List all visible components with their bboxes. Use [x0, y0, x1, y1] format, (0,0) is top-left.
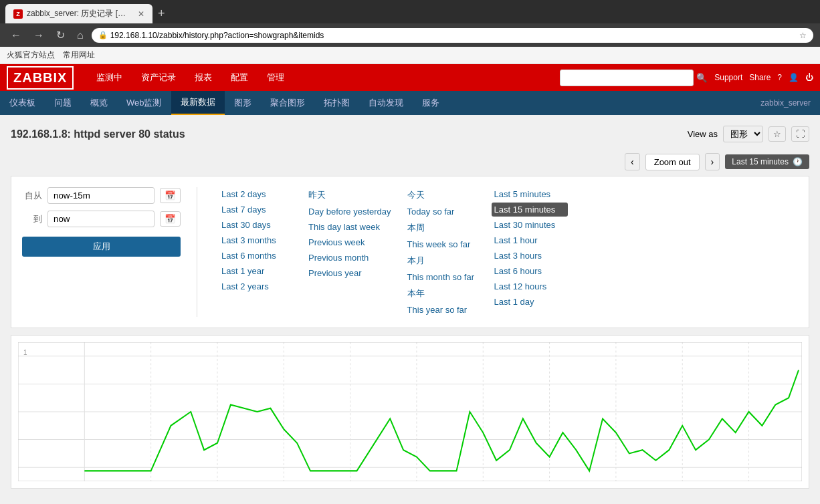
filter-panel: 自从 📅 到 📅 应用 Last 2 days Last 7 days: [11, 176, 809, 328]
sub-nav: 仪表板 问题 概览 Web监测 最新数据 图形 聚合图形 拓扑图 自动发现 服务…: [0, 91, 820, 115]
nav-admin[interactable]: 管理: [258, 66, 294, 89]
time-last-1-day[interactable]: Last 1 day: [492, 295, 568, 309]
time-last-1-year[interactable]: Last 1 year: [219, 264, 295, 278]
fullscreen-button[interactable]: ⛶: [791, 126, 809, 142]
time-this-day-last-week[interactable]: This day last week: [306, 220, 394, 234]
to-calendar-button[interactable]: 📅: [160, 211, 181, 227]
zoom-prev-button[interactable]: ‹: [625, 153, 640, 170]
subnav-latest[interactable]: 最新数据: [171, 91, 225, 115]
zoom-out-button[interactable]: Zoom out: [645, 154, 700, 170]
url-input[interactable]: [110, 31, 799, 40]
share-link[interactable]: Share: [749, 73, 771, 82]
time-previous-year[interactable]: Previous year: [306, 266, 394, 280]
time-last-6-months[interactable]: Last 6 months: [219, 249, 295, 263]
subnav-overview[interactable]: 概览: [81, 92, 117, 114]
back-button[interactable]: ←: [7, 28, 25, 43]
chart-svg: 1: [18, 342, 802, 481]
time-last-7-days[interactable]: Last 7 days: [219, 203, 295, 217]
subnav-dashboard[interactable]: 仪表板: [0, 92, 45, 114]
subnav-discovery[interactable]: 自动发现: [359, 92, 413, 114]
current-time-display: Last 15 minutes 🕐: [725, 154, 809, 169]
time-last-3-months[interactable]: Last 3 months: [219, 233, 295, 247]
zoom-next-button[interactable]: ›: [705, 153, 720, 170]
main-nav: 监测中 资产记录 报表 配置 管理: [87, 66, 294, 89]
zabbix-logo[interactable]: ZABBIX: [7, 66, 74, 90]
time-yesterday[interactable]: 昨天: [306, 187, 394, 203]
time-last-5-min[interactable]: Last 5 minutes: [492, 187, 568, 201]
bookmark-common[interactable]: 常用网址: [63, 49, 95, 61]
filter-grid: 自从 📅 到 📅 应用 Last 2 days Last 7 days: [22, 187, 798, 317]
from-calendar-button[interactable]: 📅: [160, 188, 181, 203]
tab-title: zabbix_server: 历史记录 [每...: [27, 8, 132, 19]
time-last-2-days[interactable]: Last 2 days: [219, 187, 295, 201]
time-today-so-far[interactable]: Today so far: [405, 205, 481, 219]
home-button[interactable]: ⌂: [73, 28, 88, 43]
to-input[interactable]: [47, 211, 155, 227]
page-title: 192.168.1.8: httpd server 80 status: [11, 128, 185, 140]
time-last-3-hours[interactable]: Last 3 hours: [492, 249, 568, 263]
tab-close-button[interactable]: ✕: [138, 9, 144, 19]
main-content: 192.168.1.8: httpd server 80 status View…: [0, 115, 820, 495]
clock-icon: 🕐: [793, 157, 803, 166]
nav-assets[interactable]: 资产记录: [132, 66, 185, 89]
subnav-web[interactable]: Web监测: [117, 92, 171, 114]
support-link[interactable]: Support: [714, 73, 742, 82]
time-this-month-so-far[interactable]: This month so far: [405, 270, 481, 284]
time-this-year[interactable]: 本年: [405, 285, 481, 301]
nav-config[interactable]: 配置: [221, 66, 258, 89]
time-previous-week[interactable]: Previous week: [306, 235, 394, 249]
subnav-aggregate[interactable]: 聚合图形: [261, 92, 314, 114]
bookmark-foxfire[interactable]: 火狐官方站点: [7, 49, 55, 61]
tab-bar: Z zabbix_server: 历史记录 [每... ✕ +: [0, 0, 820, 23]
subnav-graphs[interactable]: 图形: [225, 92, 261, 114]
time-day-before-yesterday[interactable]: Day before yesterday: [306, 205, 394, 219]
nav-monitoring[interactable]: 监测中: [87, 66, 132, 89]
subnav-topology[interactable]: 拓扑图: [314, 92, 359, 114]
bookmarks-bar: 火狐官方站点 常用网址: [0, 47, 820, 64]
time-previous-month[interactable]: Previous month: [306, 251, 394, 265]
time-last-12-hours[interactable]: Last 12 hours: [492, 279, 568, 293]
search-input[interactable]: [560, 70, 694, 86]
logout-icon[interactable]: ⏻: [805, 73, 813, 82]
time-display-text: Last 15 minutes: [732, 157, 789, 166]
time-last-6-hours[interactable]: Last 6 hours: [492, 264, 568, 278]
time-this-week[interactable]: 本周: [405, 220, 481, 236]
time-last-1-hour[interactable]: Last 1 hour: [492, 233, 568, 247]
zoom-bar: ‹ Zoom out › Last 15 minutes 🕐: [11, 153, 809, 170]
time-today[interactable]: 今天: [405, 187, 481, 203]
to-row: 到 📅: [22, 211, 181, 227]
time-this-year-so-far[interactable]: This year so far: [405, 303, 481, 317]
favorite-button[interactable]: ☆: [768, 126, 786, 142]
time-last-15-min[interactable]: Last 15 minutes: [492, 203, 568, 217]
subnav-services[interactable]: 服务: [413, 92, 449, 114]
active-tab[interactable]: Z zabbix_server: 历史记录 [每... ✕: [5, 4, 152, 23]
page-header: 192.168.1.8: httpd server 80 status View…: [11, 122, 809, 146]
from-input[interactable]: [47, 187, 155, 204]
server-name: zabbix_server: [751, 93, 820, 113]
reload-button[interactable]: ↻: [52, 27, 69, 43]
separator: [197, 187, 197, 317]
help-icon[interactable]: ?: [777, 73, 782, 82]
time-last-2-years[interactable]: Last 2 years: [219, 279, 295, 293]
time-last-30-min[interactable]: Last 30 minutes: [492, 218, 568, 232]
time-last-30-days[interactable]: Last 30 days: [219, 218, 295, 232]
nav-reports[interactable]: 报表: [185, 66, 221, 89]
user-icon[interactable]: 👤: [789, 73, 799, 82]
header-actions: Support Share ? 👤 ⏻: [714, 73, 813, 82]
view-as-label: View as: [688, 129, 718, 139]
view-select[interactable]: 图形 值: [723, 126, 763, 142]
time-this-month[interactable]: 本月: [405, 253, 481, 269]
time-col-3: 今天 Today so far 本周 This week so far 本月 T…: [399, 187, 486, 317]
view-as-control: View as 图形 值 ☆ ⛶: [688, 126, 809, 142]
from-label: 自从: [22, 190, 42, 202]
url-container: 🔒 ☆: [92, 28, 813, 43]
search-button[interactable]: 🔍: [696, 73, 708, 83]
star-icon[interactable]: ☆: [799, 31, 807, 40]
new-tab-button[interactable]: +: [158, 7, 165, 21]
subnav-problems[interactable]: 问题: [45, 92, 81, 114]
time-this-week-so-far[interactable]: This week so far: [405, 237, 481, 251]
forward-button[interactable]: →: [29, 28, 48, 43]
search-area: 🔍: [294, 70, 708, 86]
time-col-2: 昨天 Day before yesterday This day last we…: [300, 187, 399, 317]
apply-button[interactable]: 应用: [22, 237, 181, 257]
